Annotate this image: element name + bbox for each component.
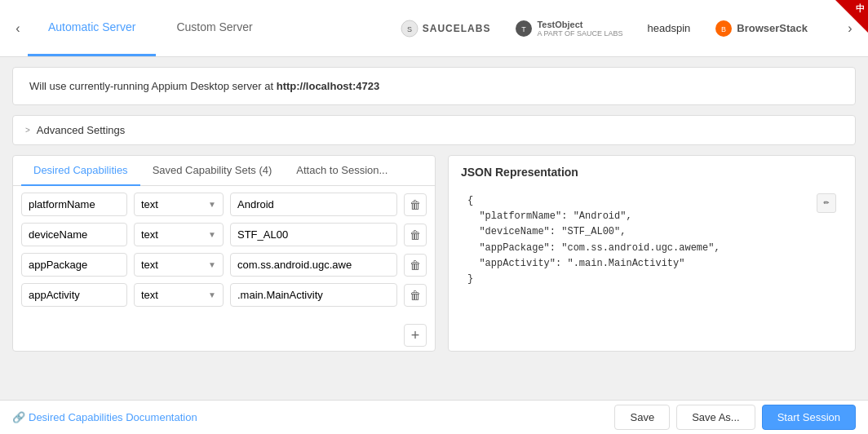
table-row: text ▼ 🗑 (21, 283, 427, 307)
json-edit-button[interactable]: ✏ (817, 193, 836, 213)
svg-text:T: T (522, 25, 527, 33)
main-content: Will use currently-running Appium Deskto… (0, 57, 868, 400)
table-row: text ▼ 🗑 (21, 193, 427, 216)
save-as-button[interactable]: Save As... (676, 405, 755, 430)
cap-value-input-3[interactable] (230, 283, 397, 307)
chevron-right-icon: > (25, 126, 30, 135)
tab-saved-capability-sets[interactable]: Saved Capability Sets (4) (140, 156, 285, 186)
testobject-logo[interactable]: T TestObject A PART OF SAUCE LABS (515, 20, 622, 38)
table-row: text ▼ 🗑 (21, 253, 427, 277)
footer-buttons: Save Save As... Start Session (614, 405, 856, 430)
top-nav: ‹ Automatic Server Custom Server S SAUCE… (0, 0, 868, 57)
prev-arrow[interactable]: ‹ (8, 19, 28, 38)
cap-value-input-0[interactable] (230, 193, 397, 216)
advanced-settings-label: Advanced Settings (37, 124, 125, 136)
doc-link-text: Desired Capabilities Documentation (29, 411, 197, 423)
start-session-button[interactable]: Start Session (762, 405, 856, 430)
cap-name-input-2[interactable] (21, 253, 127, 277)
info-banner: Will use currently-running Appium Deskto… (12, 67, 856, 105)
doc-link[interactable]: 🔗 Desired Capabilities Documentation (12, 411, 197, 423)
edit-icon: ✏ (823, 195, 829, 210)
saucelabs-text: SAUCELABS (423, 23, 491, 34)
tab-attach-session[interactable]: Attach to Session... (284, 156, 400, 186)
footer: 🔗 Desired Capabilities Documentation Sav… (0, 400, 868, 434)
server-logos: S SAUCELABS T TestObject A PART OF SAUCE… (401, 20, 808, 38)
info-text: Will use currently-running Appium Deskto… (29, 80, 277, 92)
json-panel: JSON Representation { "platformName": "A… (448, 155, 856, 352)
cap-type-select-1[interactable]: text ▼ (134, 223, 224, 246)
saucelabs-icon: S (401, 20, 418, 38)
delete-button-3[interactable]: 🗑 (404, 284, 427, 307)
capability-rows: text ▼ 🗑 text ▼ 🗑 (13, 186, 435, 320)
headspin-text: headspin (648, 22, 691, 34)
add-capability-button[interactable]: + (404, 324, 427, 347)
server-tabs: Automatic Server Custom Server (28, 0, 273, 56)
chevron-down-icon: ▼ (208, 290, 216, 299)
tab-desired-capabilities[interactable]: Desired Capabilities (21, 156, 140, 186)
cap-name-input-0[interactable] (21, 193, 127, 216)
browserstack-text: BrowserStack (737, 22, 808, 34)
chevron-down-icon: ▼ (208, 230, 216, 239)
cap-type-select-2[interactable]: text ▼ (134, 253, 224, 277)
capability-tabs: Desired Capabilities Saved Capability Se… (13, 156, 435, 186)
cap-type-select-0[interactable]: text ▼ (134, 193, 224, 216)
advanced-settings[interactable]: > Advanced Settings (12, 115, 856, 145)
json-title: JSON Representation (461, 166, 843, 179)
cap-value-input-1[interactable] (230, 223, 397, 246)
testobject-text: TestObject (537, 20, 622, 29)
headspin-logo[interactable]: headspin (648, 22, 691, 34)
tab-automatic-server[interactable]: Automatic Server (28, 0, 156, 56)
cap-name-input-1[interactable] (21, 223, 127, 246)
cap-value-input-2[interactable] (230, 253, 397, 277)
testobject-sub: A PART OF SAUCE LABS (537, 29, 622, 38)
saucelabs-logo[interactable]: S SAUCELABS (401, 20, 491, 38)
save-button[interactable]: Save (614, 405, 670, 430)
delete-button-0[interactable]: 🗑 (404, 193, 427, 216)
json-text: { "platformName": "Android", "deviceName… (467, 193, 836, 287)
json-content: { "platformName": "Android", "deviceName… (461, 187, 843, 294)
chevron-down-icon: ▼ (208, 200, 216, 209)
delete-button-1[interactable]: 🗑 (404, 224, 427, 246)
corner-badge: 中 (835, 0, 868, 33)
link-icon: 🔗 (12, 411, 25, 423)
left-panel: Desired Capabilities Saved Capability Se… (12, 155, 436, 352)
testobject-icon: T (515, 20, 533, 38)
svg-text:S: S (407, 25, 412, 33)
browserstack-icon: B (715, 20, 733, 38)
tab-custom-server[interactable]: Custom Server (156, 0, 272, 56)
capabilities-section: Desired Capabilities Saved Capability Se… (12, 155, 856, 352)
add-button-row: + (13, 320, 435, 351)
cap-name-input-3[interactable] (21, 283, 127, 307)
chevron-down-icon: ▼ (208, 260, 216, 269)
delete-button-2[interactable]: 🗑 (404, 254, 427, 277)
corner-badge-text: 中 (856, 2, 865, 15)
table-row: text ▼ 🗑 (21, 223, 427, 246)
svg-text:B: B (721, 25, 726, 33)
server-url: http://localhost:4723 (277, 80, 379, 92)
browserstack-logo[interactable]: B BrowserStack (715, 20, 808, 38)
cap-type-select-3[interactable]: text ▼ (134, 283, 224, 307)
